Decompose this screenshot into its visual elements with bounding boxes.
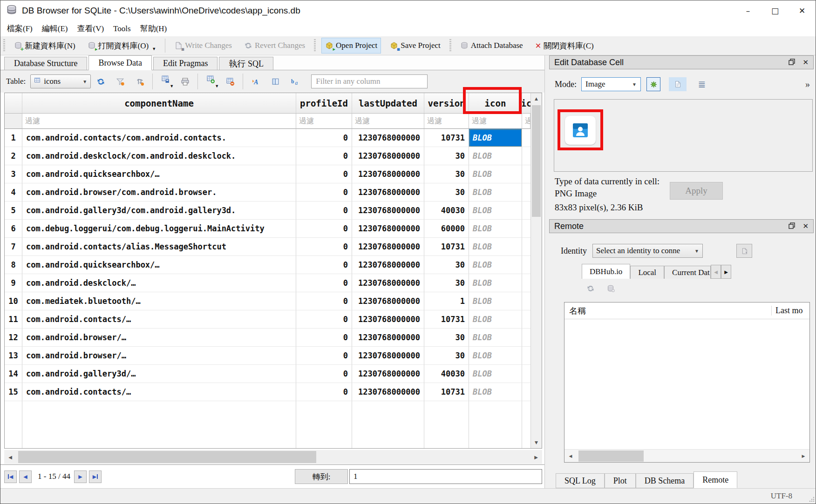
header-icon[interactable]: icon [469, 93, 522, 114]
write-changes-button[interactable]: ▪ Write Changes [171, 38, 235, 53]
close-button[interactable]: ✕ [789, 0, 816, 21]
cell-lastUpdated[interactable]: 1230768000000 [352, 129, 424, 147]
cell-lastUpdated[interactable]: 1230768000000 [352, 220, 424, 238]
filter-any-column-input[interactable]: Filter in any column [311, 74, 428, 88]
tab-local[interactable]: Local [630, 266, 664, 279]
new-database-button[interactable]: + 新建資料庫(N) [11, 38, 79, 54]
resize-grip-icon[interactable] [809, 497, 815, 502]
cell-profileId[interactable]: 0 [296, 347, 352, 365]
word-wrap-icon[interactable]: ≣ [695, 77, 709, 91]
identity-select[interactable]: Select an identity to conne ▼ [592, 244, 703, 258]
insert-record-button[interactable]: ▼ [202, 71, 219, 92]
scroll-thumb[interactable] [578, 450, 644, 462]
grid-horizontal-scrollbar[interactable]: ◀ ▶ [4, 450, 542, 464]
export-dropdown-icon[interactable]: ▼ [170, 84, 174, 88]
tab-sql-log[interactable]: SQL Log [556, 473, 605, 488]
cell-partial[interactable] [522, 365, 530, 383]
cell-componentName[interactable]: com.android.contacts/… [22, 383, 296, 401]
cell-partial[interactable] [522, 274, 530, 292]
import-data-button[interactable] [646, 77, 660, 91]
header-lastUpdated[interactable]: lastUpdated [352, 93, 424, 114]
cell-icon[interactable]: BLOB [469, 220, 522, 238]
cell-partial[interactable] [522, 256, 530, 274]
cell-componentName[interactable]: com.android.gallery3d/com.android.galler… [22, 202, 296, 220]
cell-componentName[interactable]: com.android.quicksearchbox/… [22, 165, 296, 183]
cell-profileId[interactable]: 0 [296, 274, 352, 292]
cell-componentName[interactable]: com.android.contacts/… [22, 310, 296, 329]
cell-version[interactable]: 1 [424, 292, 469, 310]
cell-componentName[interactable]: com.debug.loggerui/com.debug.loggerui.Ma… [22, 220, 296, 238]
cell-componentName[interactable]: com.android.gallery3d/… [22, 365, 296, 383]
tab-edit-pragmas[interactable]: Edit Pragmas [153, 57, 218, 70]
filter-profileId[interactable]: 過濾 [296, 114, 352, 129]
cell-lastUpdated[interactable]: 1230768000000 [352, 365, 424, 383]
cell-icon[interactable]: BLOB [469, 383, 522, 401]
minimize-button[interactable]: – [734, 0, 762, 21]
cell-partial[interactable] [522, 310, 530, 329]
cell-lastUpdated[interactable]: 1230768000000 [352, 165, 424, 183]
cell-componentName[interactable]: com.android.contacts/alias.MessageShortc… [22, 238, 296, 256]
cell-profileId[interactable]: 0 [296, 383, 352, 401]
cell-version[interactable]: 30 [424, 347, 469, 365]
cell-icon[interactable]: BLOB [469, 292, 522, 310]
filter-componentName[interactable]: 過濾 [22, 114, 296, 129]
cell-partial[interactable] [522, 202, 530, 220]
float-panel-icon[interactable] [789, 58, 795, 67]
identity-settings-button[interactable] [736, 244, 752, 258]
save-project-button[interactable]: ▪ Save Project [387, 38, 443, 53]
menu-view[interactable]: 查看(V) [73, 21, 109, 36]
cell-lastUpdated[interactable]: 1230768000000 [352, 147, 424, 165]
cell-profileId[interactable]: 0 [296, 365, 352, 383]
remote-clone-database-button[interactable] [607, 284, 615, 295]
cell-partial[interactable] [522, 165, 530, 183]
cell-componentName[interactable]: com.android.deskclock/… [22, 274, 296, 292]
print-button[interactable] [177, 71, 193, 92]
cell-icon[interactable]: BLOB [469, 165, 522, 183]
cell-componentName[interactable]: com.android.browser/com.android.browser. [22, 183, 296, 202]
cell-profileId[interactable]: 0 [296, 165, 352, 183]
close-panel-icon[interactable]: ✕ [802, 222, 809, 230]
column-last-modified-header[interactable]: Last mo [771, 306, 809, 316]
cell-componentName[interactable]: com.android.contacts/com.android.contact… [22, 129, 296, 147]
cell-icon[interactable]: BLOB [469, 256, 522, 274]
menu-edit[interactable]: 編輯(E) [37, 21, 73, 36]
scroll-left-icon[interactable]: ◀ [564, 450, 577, 463]
filter-version[interactable]: 過濾 [424, 114, 469, 129]
tab-plot[interactable]: Plot [605, 473, 636, 488]
apply-button[interactable]: Apply [670, 182, 723, 200]
horizontal-scroll-thumb[interactable] [18, 451, 316, 463]
open-database-dropdown-icon[interactable]: ▼ [152, 47, 156, 51]
cell-icon[interactable]: BLOB [469, 129, 522, 147]
cell-icon[interactable]: BLOB [469, 147, 522, 165]
menu-help[interactable]: 幫助(H) [136, 21, 172, 36]
cell-partial[interactable] [522, 383, 530, 401]
cell-partial[interactable] [522, 329, 530, 347]
tab-scroll-right-icon[interactable]: ▶ [721, 265, 731, 279]
cell-icon[interactable]: BLOB [469, 310, 522, 329]
cell-version[interactable]: 10731 [424, 238, 469, 256]
goto-record-input[interactable]: 1 [349, 469, 542, 484]
cell-lastUpdated[interactable]: 1230768000000 [352, 238, 424, 256]
cell-profileId[interactable]: 0 [296, 310, 352, 329]
filter-icon[interactable]: 過濾 [469, 114, 522, 129]
header-profileId[interactable]: profileId [296, 93, 352, 114]
last-page-button[interactable]: ▶ [89, 470, 102, 483]
table-select[interactable]: icons ▼ [30, 74, 91, 88]
cell-partial[interactable] [522, 220, 530, 238]
text-mode-button[interactable] [669, 77, 687, 91]
filter-lastUpdated[interactable]: 過濾 [352, 114, 424, 129]
cell-version[interactable]: 10731 [424, 310, 469, 329]
header-version[interactable]: version [424, 93, 469, 114]
cell-lastUpdated[interactable]: 1230768000000 [352, 274, 424, 292]
maximize-button[interactable]: □ [762, 0, 789, 21]
cell-profileId[interactable]: 0 [296, 238, 352, 256]
cell-profileId[interactable]: 0 [296, 256, 352, 274]
clear-filters-button[interactable] [112, 71, 129, 92]
encoding-label[interactable]: UTF-8 [771, 491, 792, 501]
grid-vertical-scrollbar[interactable]: ▲ ▼ [530, 93, 542, 448]
tab-browse-data[interactable]: Browse Data [88, 55, 151, 70]
tab-scroll-left-icon[interactable]: ◀ [711, 265, 721, 279]
tab-current-database[interactable]: Current Dat [664, 266, 711, 279]
close-panel-icon[interactable]: ✕ [802, 58, 809, 67]
cell-partial[interactable] [522, 147, 530, 165]
